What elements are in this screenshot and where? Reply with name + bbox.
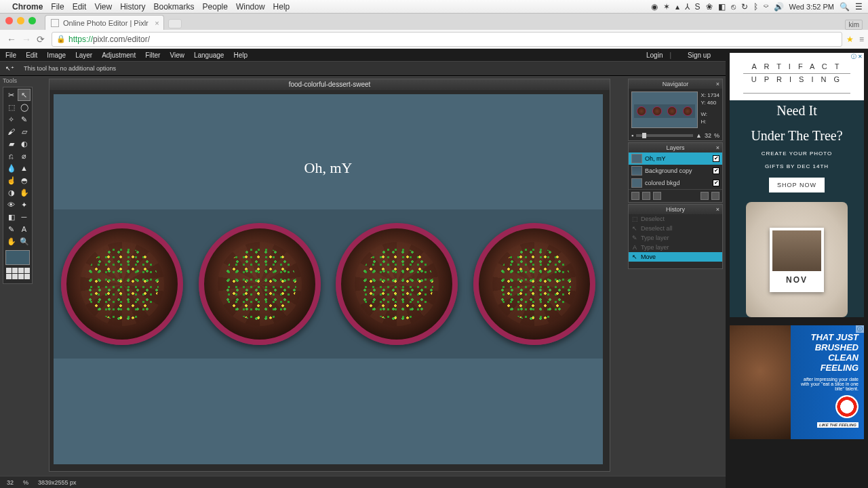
smudge-tool[interactable]: ☝ — [5, 174, 18, 186]
status-icon[interactable]: ↻ — [741, 2, 748, 12]
brush-tool[interactable]: 🖌 — [5, 125, 18, 138]
browser-tab[interactable]: Online Photo Editor | Pixlr × — [45, 15, 164, 30]
adchoices-icon[interactable]: ⓘ ✕ — [850, 53, 864, 60]
pencil-tool[interactable]: ✎ — [18, 113, 31, 125]
mac-menu-history[interactable]: History — [120, 2, 145, 12]
clone-tool[interactable]: ⎌ — [5, 150, 18, 162]
ad-like-badge[interactable]: LIKE THE FEELING — [817, 422, 859, 428]
type-tool[interactable]: A — [18, 223, 31, 235]
shape-tool[interactable]: ◧ — [5, 211, 18, 223]
zoom-tool[interactable]: 🔍 — [18, 235, 31, 247]
window-minimize-button[interactable] — [17, 17, 24, 24]
zoom-out-icon[interactable]: ▪ — [631, 132, 633, 139]
window-maximize-button[interactable] — [28, 17, 36, 24]
reload-button[interactable]: ⟳ — [37, 34, 45, 45]
forward-button[interactable]: → — [22, 34, 31, 45]
login-link[interactable]: Login — [646, 52, 663, 59]
window-close-button[interactable] — [5, 17, 13, 24]
sponge-tool[interactable]: ◓ — [18, 174, 31, 186]
lasso-tool[interactable]: ◯ — [18, 101, 31, 113]
layer-settings-button[interactable] — [631, 192, 639, 200]
spot-tool[interactable]: ✦ — [18, 199, 31, 211]
blur-tool[interactable]: 💧 — [5, 162, 18, 174]
history-item[interactable]: ↖Move — [629, 252, 722, 262]
status-icon[interactable]: S — [695, 2, 701, 12]
layer-styles-button[interactable] — [653, 192, 661, 200]
ad-orbit[interactable]: ⓘ THAT JUST BRUSHED CLEAN FEELING after … — [730, 325, 864, 439]
wifi-icon[interactable]: ⌔ — [764, 2, 768, 12]
sharpen-tool[interactable]: ▲ — [18, 162, 31, 174]
color-swatch[interactable] — [5, 250, 30, 265]
search-icon[interactable]: 🔍 — [840, 2, 850, 12]
zoom-slider[interactable]: ▪ ▲ 32 % — [629, 131, 722, 140]
mac-menu-people[interactable]: People — [203, 2, 228, 12]
delete-layer-button[interactable] — [711, 192, 719, 200]
stamp-tool[interactable]: ⌀ — [18, 150, 31, 162]
pixlr-menu-language[interactable]: Language — [194, 52, 224, 59]
history-item[interactable]: ✎Type layer — [629, 233, 722, 243]
hamburger-menu-icon[interactable]: ≡ — [859, 35, 864, 44]
mac-menu-window[interactable]: Window — [236, 2, 265, 12]
redeye-tool[interactable]: 👁 — [5, 199, 18, 211]
pixlr-menu-view[interactable]: View — [170, 52, 184, 59]
mac-menu-bookmarks[interactable]: Bookmarks — [154, 2, 195, 12]
history-item[interactable]: ↖Deselect all — [629, 224, 722, 233]
line-tool[interactable]: ─ — [18, 211, 31, 223]
status-icon[interactable]: ⅄ — [685, 2, 690, 12]
dodge-tool[interactable]: ◑ — [5, 186, 18, 199]
layer-visible-checkbox[interactable]: ✔ — [713, 180, 719, 186]
status-icon[interactable]: ◧ — [718, 2, 726, 12]
pixlr-menu-filter[interactable]: Filter — [145, 52, 160, 59]
layer-row[interactable]: colored bkgd✔ — [629, 177, 722, 189]
new-tab-button[interactable] — [168, 19, 182, 28]
bluetooth-icon[interactable]: ᛒ — [753, 2, 758, 12]
layer-row[interactable]: Background copy✔ — [629, 165, 722, 177]
volume-icon[interactable]: 🔊 — [774, 2, 784, 12]
mac-menu-file[interactable]: File — [51, 2, 64, 12]
menu-icon[interactable]: ☰ — [855, 2, 863, 12]
back-button[interactable]: ← — [7, 34, 16, 45]
new-layer-button[interactable] — [701, 192, 709, 200]
crop-tool[interactable]: ✂ — [5, 89, 18, 101]
layer-visible-checkbox[interactable]: ✔ — [713, 167, 719, 174]
bookmark-star-icon[interactable]: ★ — [846, 35, 854, 44]
move-tool[interactable]: ↖ — [18, 89, 31, 101]
adchoices-icon[interactable]: ⓘ — [856, 325, 864, 333]
signup-link[interactable]: Sign up — [688, 52, 711, 59]
pixlr-menu-adjustment[interactable]: Adjustment — [102, 52, 136, 59]
burn-tool[interactable]: ✋ — [18, 186, 31, 199]
status-icon[interactable]: ❀ — [706, 2, 713, 12]
tab-close-icon[interactable]: × — [155, 19, 159, 27]
hand-tool[interactable]: ✋ — [5, 235, 18, 247]
gradient-tool[interactable]: ◐ — [18, 138, 31, 150]
ad-artifact-uprising[interactable]: ⓘ ✕ A R T I F A C T U P R I S I N G Need… — [730, 53, 864, 317]
layer-visible-checkbox[interactable]: ✔ — [713, 155, 719, 162]
pixlr-menu-edit[interactable]: Edit — [26, 52, 37, 59]
swatches-grid[interactable] — [5, 268, 30, 279]
eraser-tool[interactable]: ▱ — [18, 125, 31, 138]
clock[interactable]: Wed 3:52 PM — [789, 3, 834, 11]
pixlr-menu-layer[interactable]: Layer — [75, 52, 92, 59]
layer-row[interactable]: Oh, mY✔ — [629, 152, 722, 165]
pixlr-menu-help[interactable]: Help — [233, 52, 248, 59]
mac-menu-view[interactable]: View — [94, 2, 112, 12]
status-icon[interactable]: ✶ — [663, 2, 670, 12]
panel-close-icon[interactable]: × — [716, 143, 719, 152]
pixlr-menu-image[interactable]: Image — [47, 52, 66, 59]
marquee-tool[interactable]: ⬚ — [5, 101, 18, 113]
wand-tool[interactable]: ✧ — [5, 113, 18, 125]
text-layer[interactable]: Oh, mY — [304, 159, 353, 177]
status-icon[interactable]: ⎋ — [731, 2, 736, 12]
bucket-tool[interactable]: ▰ — [5, 138, 18, 150]
navigator-thumbnail[interactable] — [631, 92, 698, 128]
status-icon[interactable]: ▴ — [675, 2, 679, 12]
mac-menu-edit[interactable]: Edit — [73, 2, 87, 12]
address-bar[interactable]: 🔒 https://pixlr.com/editor/ — [52, 32, 842, 47]
profile-badge[interactable]: kim — [845, 20, 863, 30]
app-name[interactable]: Chrome — [12, 2, 43, 12]
status-icon[interactable]: ◉ — [651, 2, 658, 12]
panel-close-icon[interactable]: × — [716, 205, 719, 214]
pixlr-menu-file[interactable]: File — [5, 52, 16, 59]
mac-menu-help[interactable]: Help — [273, 2, 290, 12]
eyedropper-tool[interactable]: ✎ — [5, 223, 18, 235]
